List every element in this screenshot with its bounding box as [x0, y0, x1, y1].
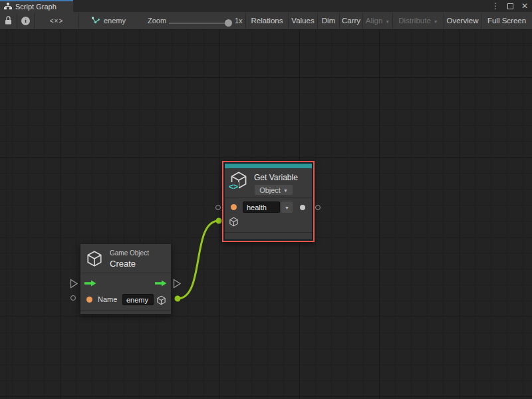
- chevron-down-icon: ▼: [283, 188, 288, 193]
- variable-picker-dropdown[interactable]: ▼: [281, 201, 293, 213]
- create-node-title: Create: [110, 259, 136, 269]
- create-name-row: Name: [80, 293, 171, 308]
- get-variable-header[interactable]: <> Get Variable Object ▼: [225, 168, 312, 198]
- game-object-output-icon[interactable]: [156, 295, 166, 307]
- variable-name-input[interactable]: [243, 201, 280, 213]
- name-value-port[interactable]: [70, 295, 76, 301]
- value-output-port-icon[interactable]: [300, 205, 305, 210]
- string-port-icon[interactable]: [231, 204, 237, 210]
- zoom-label: Zoom: [148, 12, 166, 29]
- variable-scope-dropdown[interactable]: Object ▼: [255, 185, 293, 195]
- chevron-down-icon: ▼: [434, 19, 438, 24]
- chevron-down-icon: ▼: [385, 19, 390, 24]
- name-input[interactable]: [122, 294, 154, 305]
- create-node-category: Game Object: [110, 249, 149, 257]
- carry-button[interactable]: Carry: [340, 12, 362, 29]
- window-controls: ⋮ ✕: [491, 0, 529, 12]
- overview-button[interactable]: Overview: [444, 12, 481, 29]
- graph-name-label: enemy: [104, 17, 126, 25]
- variable-value-output-port[interactable]: [315, 205, 321, 210]
- flow-input-port[interactable]: [70, 279, 78, 290]
- zoom-slider[interactable]: [169, 23, 230, 24]
- zoom-slider-handle[interactable]: [225, 19, 232, 27]
- code-preview-button[interactable]: <×>: [35, 12, 78, 29]
- tab-bar: Script Graph ⋮ ✕: [0, 0, 532, 12]
- variable-object-row: [225, 215, 312, 231]
- chevron-down-icon: ▼: [285, 205, 289, 210]
- node-create-game-object[interactable]: Game Object Create Name: [80, 243, 172, 315]
- create-node-header[interactable]: Game Object Create: [80, 244, 171, 273]
- relations-button[interactable]: Relations: [246, 12, 288, 29]
- flow-output-port[interactable]: [173, 279, 182, 290]
- maximize-icon[interactable]: [505, 1, 515, 11]
- lock-icon: [5, 16, 12, 26]
- zoom-value: 1x: [235, 12, 243, 29]
- get-variable-footer: [225, 233, 312, 240]
- get-variable-title: Get Variable: [254, 173, 298, 182]
- dim-button[interactable]: Dim: [318, 12, 339, 29]
- graph-icon: [91, 17, 100, 25]
- variable-name-value-port[interactable]: [215, 205, 221, 210]
- variable-node-stripe: [225, 164, 312, 168]
- graph-canvas[interactable]: Game Object Create Name: [0, 30, 532, 399]
- graph-hierarchy-icon: [4, 3, 12, 11]
- flow-input-arrow-icon[interactable]: [84, 280, 96, 288]
- create-flow-row: [80, 273, 171, 293]
- graph-toolbar: i <×> enemy Zoom 1x Relations Values: [0, 12, 532, 30]
- window-menu-icon[interactable]: ⋮: [491, 1, 500, 11]
- distribute-dropdown[interactable]: Distribute ▼: [393, 12, 444, 29]
- graph-breadcrumb[interactable]: enemy: [91, 12, 126, 29]
- tab-script-graph[interactable]: Script Graph: [0, 0, 73, 12]
- flow-output-arrow-icon[interactable]: [155, 280, 167, 288]
- game-object-input-icon[interactable]: [229, 217, 239, 228]
- align-dropdown[interactable]: Align ▼: [363, 12, 392, 29]
- fullscreen-button[interactable]: Full Screen: [481, 12, 532, 29]
- script-graph-window: Script Graph ⋮ ✕ i <×>: [0, 0, 532, 399]
- close-icon[interactable]: ✕: [520, 1, 529, 11]
- game-object-cube-icon: [86, 250, 103, 269]
- code-angle-brackets-icon: <>: [228, 182, 239, 192]
- values-button[interactable]: Values: [289, 12, 317, 29]
- name-param-label: Name: [98, 295, 117, 303]
- string-port-icon[interactable]: [86, 297, 92, 303]
- node-get-variable-selection[interactable]: <> Get Variable Object ▼ ▼: [222, 161, 315, 242]
- code-icon: <×>: [50, 17, 64, 25]
- variable-name-row: ▼: [225, 198, 312, 215]
- inspect-button[interactable]: i: [17, 12, 34, 29]
- tab-title: Script Graph: [15, 3, 57, 11]
- lock-button[interactable]: [0, 12, 17, 29]
- info-icon: i: [21, 17, 30, 25]
- create-node-footer: [80, 311, 171, 317]
- node-get-variable[interactable]: <> Get Variable Object ▼ ▼: [225, 164, 312, 239]
